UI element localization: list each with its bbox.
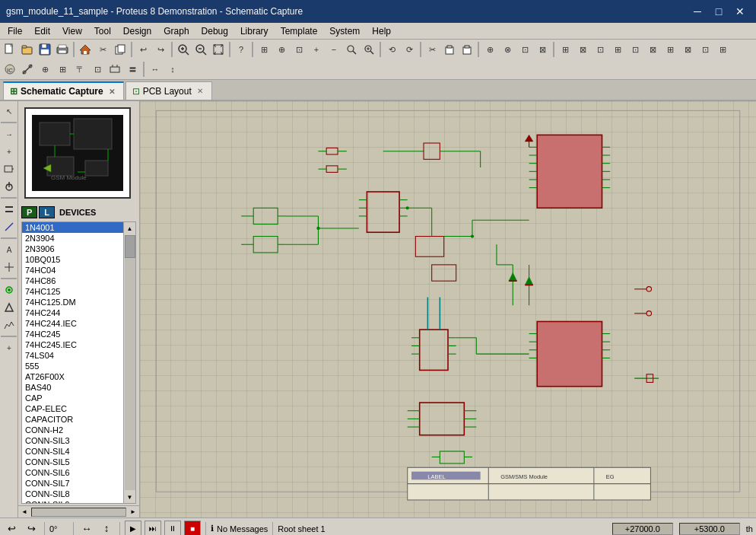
tb-sim9-button[interactable]: ⊡ bbox=[697, 41, 713, 58]
tb2-9[interactable]: ↔ bbox=[147, 61, 164, 78]
panel-list-item[interactable]: 74LS04 bbox=[22, 350, 123, 361]
tb-sim2-button[interactable]: ⊠ bbox=[574, 41, 591, 58]
panel-list-item[interactable]: CONN-SIL6 bbox=[22, 467, 123, 478]
menu-system[interactable]: System bbox=[323, 24, 366, 38]
panel-list-item[interactable]: 74HC245.IEC bbox=[22, 339, 123, 350]
panel-list-item[interactable]: 74HC245 bbox=[22, 329, 123, 339]
menu-help[interactable]: Help bbox=[366, 24, 397, 38]
tb2-5[interactable]: 〒 bbox=[71, 61, 88, 78]
tb-sim8-button[interactable]: ⊠ bbox=[679, 41, 696, 58]
panel-list-item[interactable]: CONN-SIL7 bbox=[22, 478, 123, 489]
undo-button[interactable]: ↩ bbox=[135, 41, 151, 58]
lt-probe-btn[interactable] bbox=[1, 282, 17, 298]
zoom-in-button[interactable] bbox=[175, 41, 192, 58]
menu-library[interactable]: Library bbox=[234, 24, 275, 38]
tab-schematic[interactable]: ⊞ Schematic Capture ✕ bbox=[3, 81, 124, 100]
panel-list-item[interactable]: CONN-SIL9 bbox=[22, 499, 123, 503]
scroll-up-arrow[interactable]: ▲ bbox=[124, 222, 136, 234]
lt-inst-btn[interactable] bbox=[1, 299, 17, 316]
maximize-button[interactable]: □ bbox=[709, 4, 729, 19]
tb-undo2-button[interactable]: ⟲ bbox=[383, 41, 400, 58]
save-button[interactable] bbox=[37, 41, 53, 58]
lt-bus-btn[interactable] bbox=[1, 201, 17, 218]
open-button[interactable] bbox=[19, 41, 36, 58]
panel-list-item[interactable]: CONN-SIL3 bbox=[22, 435, 123, 446]
tb2-10[interactable]: ↕ bbox=[164, 61, 181, 78]
tb-sim1-button[interactable]: ⊞ bbox=[557, 41, 573, 58]
print-button[interactable] bbox=[54, 41, 71, 58]
status-undo-btn[interactable]: ↩ bbox=[3, 521, 20, 536]
lt-select-btn[interactable]: ↖ bbox=[1, 103, 17, 119]
tb-origin-button[interactable]: ⊕ bbox=[273, 41, 290, 58]
close-button[interactable]: ✕ bbox=[730, 4, 750, 19]
tb2-4[interactable]: ⊞ bbox=[54, 61, 71, 78]
panel-list-item[interactable]: CAP-ELEC bbox=[22, 403, 123, 414]
menu-tool[interactable]: Tool bbox=[88, 24, 117, 38]
lt-junction-btn[interactable]: + bbox=[1, 143, 17, 160]
lt-wire-btn[interactable] bbox=[1, 218, 17, 235]
panel-list-item[interactable]: 10BQ015 bbox=[22, 254, 123, 265]
panel-list[interactable]: 1N40012N39042N390610BQ01574HC0474HC8674H… bbox=[22, 222, 123, 503]
panel-list-item[interactable]: CONN-H2 bbox=[22, 425, 123, 435]
menu-debug[interactable]: Debug bbox=[195, 24, 234, 38]
tb-paste2-button[interactable] bbox=[459, 41, 475, 58]
tb-cut2-button[interactable]: ✂ bbox=[424, 41, 440, 58]
panel-list-item[interactable]: CONN-SIL4 bbox=[22, 446, 123, 457]
panel-list-item[interactable]: AT26F00X bbox=[22, 371, 123, 382]
panel-list-item[interactable]: BAS40 bbox=[22, 382, 123, 393]
tb2-1[interactable]: IC bbox=[2, 61, 18, 78]
panel-list-item[interactable]: CONN-SIL8 bbox=[22, 489, 123, 499]
canvas-area[interactable]: LABEL GSM/SMS Module EG bbox=[140, 101, 756, 517]
new-button[interactable] bbox=[2, 41, 18, 58]
tb-sim10-button[interactable]: ⊞ bbox=[714, 41, 731, 58]
tb-bom-button[interactable]: ⊠ bbox=[534, 41, 551, 58]
lt-component-btn[interactable]: → bbox=[1, 126, 17, 142]
tb-zoom1-button[interactable] bbox=[361, 41, 377, 58]
scroll-down-arrow[interactable]: ▼ bbox=[124, 491, 136, 503]
tb-view2-button[interactable]: − bbox=[326, 41, 342, 58]
status-flip-h-btn[interactable]: ↔ bbox=[78, 521, 95, 536]
panel-list-item[interactable]: CAP bbox=[22, 393, 123, 403]
menu-design[interactable]: Design bbox=[117, 24, 157, 38]
copy-button[interactable] bbox=[112, 41, 129, 58]
p-button[interactable]: P bbox=[21, 206, 37, 218]
tb2-6[interactable]: ⊡ bbox=[89, 61, 106, 78]
lt-add-btn[interactable]: + bbox=[1, 339, 17, 356]
step-button[interactable]: ⏭ bbox=[145, 521, 161, 536]
menu-file[interactable]: File bbox=[2, 24, 28, 38]
tb-paste-button[interactable] bbox=[441, 41, 458, 58]
panel-list-item[interactable]: 74HC244 bbox=[22, 307, 123, 318]
panel-list-item[interactable]: 74HC86 bbox=[22, 275, 123, 286]
panel-list-item[interactable]: 555 bbox=[22, 361, 123, 371]
menu-graph[interactable]: Graph bbox=[157, 24, 195, 38]
panel-list-item[interactable]: 74HC125.DM bbox=[22, 297, 123, 307]
tb-netlist-button[interactable]: ⊕ bbox=[481, 41, 498, 58]
panel-list-item[interactable]: 74HC244.IEC bbox=[22, 318, 123, 329]
panel-list-item[interactable]: CAPACITOR bbox=[22, 414, 123, 425]
panel-list-item[interactable]: 1N4001 bbox=[22, 222, 123, 233]
tb-sim6-button[interactable]: ⊠ bbox=[644, 41, 661, 58]
tb2-3[interactable]: ⊕ bbox=[37, 61, 53, 78]
panel-list-item[interactable]: 74HC04 bbox=[22, 265, 123, 275]
panel-list-item[interactable]: 74HC125 bbox=[22, 286, 123, 297]
tb-snap-button[interactable]: ⊡ bbox=[291, 41, 307, 58]
zoom-fit-button[interactable] bbox=[210, 41, 227, 58]
redo-button[interactable]: ↪ bbox=[152, 41, 169, 58]
tb-annotate-button[interactable]: ⊗ bbox=[499, 41, 516, 58]
panel-list-item[interactable]: 2N3904 bbox=[22, 233, 123, 244]
tab-schematic-close[interactable]: ✕ bbox=[106, 86, 117, 97]
l-button[interactable]: L bbox=[39, 206, 55, 218]
status-flip-v-btn[interactable]: ↕ bbox=[98, 521, 115, 536]
scroll-thumb[interactable] bbox=[125, 235, 135, 258]
play-button[interactable]: ▶ bbox=[125, 521, 141, 536]
status-redo-btn[interactable]: ↪ bbox=[23, 521, 40, 536]
menu-edit[interactable]: Edit bbox=[28, 24, 56, 38]
tb-grid-button[interactable]: ⊞ bbox=[256, 41, 272, 58]
panel-scrollbar[interactable]: ▲ ▼ bbox=[123, 222, 135, 503]
zoom-out-button[interactable] bbox=[192, 41, 209, 58]
tb2-7[interactable] bbox=[106, 61, 123, 78]
tb-sim4-button[interactable]: ⊞ bbox=[609, 41, 626, 58]
menu-template[interactable]: Template bbox=[275, 24, 324, 38]
lt-symbol-btn[interactable] bbox=[1, 259, 17, 275]
help-button[interactable]: ? bbox=[233, 41, 249, 58]
